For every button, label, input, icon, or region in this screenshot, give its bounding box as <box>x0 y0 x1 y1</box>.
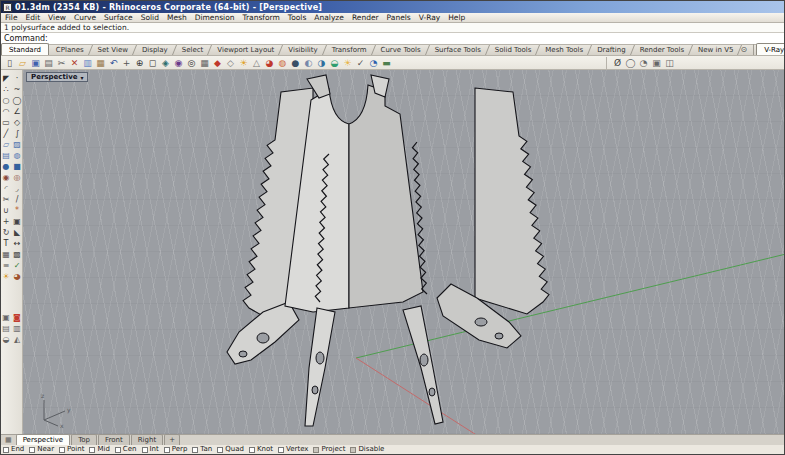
osnap-cen[interactable]: Cen <box>115 445 137 454</box>
line-icon[interactable]: ╱ <box>1 128 12 139</box>
toolbar-tab-solid-tools[interactable]: Solid Tools <box>488 44 539 55</box>
osnap-project-checkbox-icon[interactable] <box>313 447 319 453</box>
viewport-tab-perspective[interactable]: Perspective <box>16 434 71 445</box>
trim-icon[interactable]: ✂ <box>1 194 12 205</box>
dimension-icon[interactable]: ↔ <box>12 238 23 249</box>
toolbar-tab-select[interactable]: Select <box>175 44 211 55</box>
osnap-point-checkbox-icon[interactable] <box>59 447 65 453</box>
ghosted-mode-icon[interactable]: ◐ <box>302 57 315 69</box>
notes-icon[interactable]: ▤ <box>1 323 12 334</box>
rectangle-icon[interactable]: ▭ <box>1 117 12 128</box>
osnap-perp[interactable]: Perp <box>164 445 188 454</box>
osnap-end-checkbox-icon[interactable] <box>3 447 9 453</box>
menu-dimension[interactable]: Dimension <box>191 13 239 23</box>
menu-solid[interactable]: Solid <box>137 13 163 23</box>
vray-options-icon[interactable]: ◔ <box>637 57 650 69</box>
osnap-int[interactable]: Int <box>142 445 159 454</box>
point-cloud-icon[interactable]: ∴ <box>1 84 12 95</box>
vray-materials-icon[interactable]: ◯ <box>624 57 637 69</box>
menu-edit[interactable]: Edit <box>22 13 45 23</box>
osnap-cen-checkbox-icon[interactable] <box>115 447 121 453</box>
gumball-icon[interactable]: ◆ <box>211 57 224 69</box>
osnap-knot[interactable]: Knot <box>249 445 273 454</box>
copy-icon[interactable]: ▥ <box>81 57 94 69</box>
revolve-icon[interactable]: ◍ <box>12 150 23 161</box>
osnap-project[interactable]: Project <box>313 445 345 454</box>
history-panel-icon[interactable]: ▣ <box>1 312 12 323</box>
cut-icon[interactable]: ✂ <box>55 57 68 69</box>
osnap-vertex[interactable]: Vertex <box>278 445 309 454</box>
loft-icon[interactable]: ▨ <box>12 139 23 150</box>
osnap-mid[interactable]: Mid <box>89 445 109 454</box>
paste-icon[interactable]: ▦ <box>94 57 107 69</box>
grid-snap-icon[interactable]: ▦ <box>198 57 211 69</box>
menu-file[interactable]: File <box>1 13 22 23</box>
viewport-perspective[interactable]: Perspective ▾ z y x <box>23 70 784 434</box>
toolbar-tab-new-in-v5[interactable]: New in V5 <box>691 44 740 55</box>
render-sun-icon[interactable]: ☀ <box>1 271 12 282</box>
menu-panels[interactable]: Panels <box>383 13 415 23</box>
toolbar-tab-drafting[interactable]: Drafting <box>590 44 632 55</box>
render-preview-icon[interactable]: ◕ <box>263 57 276 69</box>
rendered-mode-icon[interactable]: ◑ <box>315 57 328 69</box>
menu-help[interactable]: Help <box>444 13 469 23</box>
sun-settings-icon[interactable]: ☀ <box>341 57 354 69</box>
menu-surface[interactable]: Surface <box>100 13 137 23</box>
vray-batch-render-icon[interactable]: ◫ <box>663 57 676 69</box>
osnap-mid-checkbox-icon[interactable] <box>89 447 95 453</box>
help-icon[interactable]: ◔ <box>367 57 380 69</box>
copy-object-icon[interactable]: ▣ <box>12 216 23 227</box>
viewport-tab-front[interactable]: Front <box>98 434 130 445</box>
magnifier-icon[interactable]: ◎ <box>185 57 198 69</box>
record-history-icon[interactable]: ◙ <box>12 312 23 323</box>
osnap-disable[interactable]: Disable <box>350 445 384 454</box>
osnap-quad-checkbox-icon[interactable] <box>217 447 223 453</box>
polyline-icon[interactable]: ∠ <box>12 106 23 117</box>
delete-icon[interactable]: ✕ <box>68 57 81 69</box>
menu-view[interactable]: View <box>44 13 70 23</box>
rotate-icon[interactable]: ↻ <box>1 227 12 238</box>
save-icon[interactable]: ▣ <box>29 57 42 69</box>
box-icon[interactable]: ■ <box>12 161 23 172</box>
osnap-near[interactable]: Near <box>29 445 54 454</box>
zoom-dynamic-icon[interactable]: ⊕ <box>133 57 146 69</box>
boolean-difference-icon[interactable]: ◎ <box>12 172 23 183</box>
zoom-selected-icon[interactable]: ◉ <box>172 57 185 69</box>
split-icon[interactable]: / <box>12 194 23 205</box>
toolbar-tab-viewport-layout[interactable]: Viewport Layout <box>210 44 281 55</box>
osnap-near-checkbox-icon[interactable] <box>29 447 35 453</box>
viewport-tab-right[interactable]: Right <box>131 434 163 445</box>
hatch-icon[interactable]: ▦ <box>1 249 12 260</box>
fillet-icon[interactable]: ◜ <box>1 183 12 194</box>
point-icon[interactable]: · <box>12 73 23 84</box>
check-objects-icon[interactable]: ✓ <box>12 260 23 271</box>
osnap-quad[interactable]: Quad <box>217 445 244 454</box>
menu-v-ray[interactable]: V-Ray <box>415 13 444 23</box>
boolean-union-icon[interactable]: ◉ <box>1 172 12 183</box>
osnap-end[interactable]: End <box>3 445 24 454</box>
osnap-vertex-checkbox-icon[interactable] <box>278 447 284 453</box>
explode-icon[interactable]: * <box>12 205 23 216</box>
toolbar-tab-visibility[interactable]: Visibility <box>281 44 324 55</box>
menu-transform[interactable]: Transform <box>239 13 284 23</box>
menu-mesh[interactable]: Mesh <box>163 13 191 23</box>
ellipse-icon[interactable]: ◯ <box>12 95 23 106</box>
move-icon[interactable]: + <box>1 216 12 227</box>
surface-icon[interactable]: ▱ <box>1 139 12 150</box>
osnap-tan[interactable]: Tan <box>192 445 212 454</box>
osnap-tan-checkbox-icon[interactable] <box>192 447 198 453</box>
magnet-snap-icon[interactable]: ◒ <box>1 334 12 345</box>
zoom-window-icon[interactable]: ◻ <box>146 57 159 69</box>
select-icon[interactable]: ◤ <box>1 73 12 84</box>
viewport-tab-top[interactable]: Top <box>71 434 97 445</box>
pan-icon[interactable]: + <box>120 57 133 69</box>
viewport-menu-arrow-icon[interactable]: ▾ <box>80 74 83 81</box>
menu-curve[interactable]: Curve <box>70 13 100 23</box>
vray-tab-v-ray-for-rhino[interactable]: V-Ray for Rhino <box>756 43 785 55</box>
toolbar-tab-render-tools[interactable]: Render Tools <box>633 44 691 55</box>
toolbar-tab-set-view[interactable]: Set View <box>91 44 135 55</box>
osnap-perp-checkbox-icon[interactable] <box>164 447 170 453</box>
vray-framebuffer-icon[interactable]: ▣ <box>650 57 663 69</box>
shaded-mode-icon[interactable]: ● <box>289 57 302 69</box>
circle-icon[interactable]: ○ <box>1 95 12 106</box>
